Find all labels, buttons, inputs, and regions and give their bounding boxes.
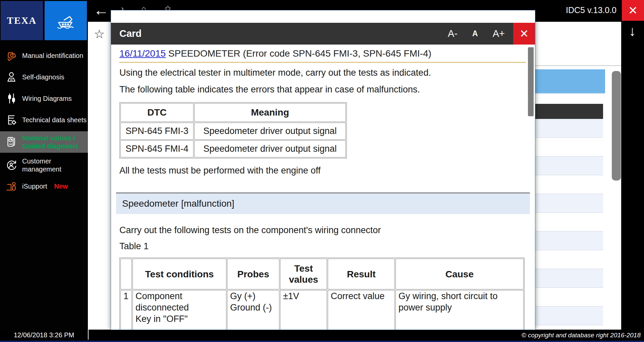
meaning-header: Meaning [194,103,346,122]
sidebar-item-label: Technical data sheets [22,116,87,124]
back-button[interactable]: ← [92,1,111,19]
dialog-scrollbar[interactable] [528,47,534,116]
boat-icon [55,10,76,31]
col-header-probes: Probes [227,259,279,289]
sidebar-item-label: Wiring Diagrams [22,94,72,102]
card-dialog-header: Card A- A A+ ✕ [111,23,535,45]
test-table: Test conditions Probes Test values Resul… [119,258,525,330]
test-result: Correct value [328,290,395,330]
instruction-paragraph: Using the electrical tester in multimete… [119,66,526,79]
engine-hand-icon [5,50,17,62]
test-probes: Gy (+) Ground (-) [227,290,279,330]
col-header-cause: Cause [395,259,524,289]
table-row: SPN-645 FMI-4 Speedometer driver output … [120,140,346,157]
dialog-title: Card [119,28,142,39]
table-row: SPN-645 FMI-3 Speedometer driver output … [120,123,346,140]
toolbar-divider [535,65,621,66]
sidebar-item-technical-data-sheets[interactable]: Technical data sheets [0,111,88,129]
gold-divider [119,62,526,63]
instruction-paragraph: The following table indicates the errors… [119,83,526,96]
sidebar-item-manual-identification[interactable]: Manual identification [0,46,88,65]
sliders-icon [5,92,17,105]
copyright-notice: © copyright and database right 2016-2018 [522,332,641,339]
font-size-controls: A- A A+ [448,23,505,45]
sidebar-item-label: iSupport [22,182,47,190]
customer-sync-icon [5,159,17,171]
status-bar: 12/06/2018 3:26 PM © copyright and datab… [0,330,644,342]
status-datetime: 12/06/2018 3:26 PM [0,331,88,339]
dtc-code: SPN-645 FMI-3 [120,123,194,140]
sidebar: TEXA Manual identification Self-diagnosi… [0,0,88,330]
sidebar-item-label: Manual identification [22,52,83,60]
new-badge: New [54,183,68,190]
tests-instruction: Carry out the following tests on the com… [119,223,526,237]
laptop-support-icon [5,180,17,192]
col-header-test-values: Test values [280,259,327,289]
dtc-meaning: Speedometer driver output signal [194,123,346,140]
right-column: ↓ [621,21,644,330]
font-decrease-button[interactable]: A- [448,28,458,39]
dtc-code: SPN-645 FMI-4 [120,140,194,157]
table-row: 1 Component disconnected Key in "OFF" Gy… [120,290,524,330]
dtc-meaning: Speedometer driver output signal [194,140,346,157]
logo-row: TEXA [1,1,87,40]
document-title: 16/11/2015 SPEEDOMETER (Error code SPN-6… [119,47,526,60]
document-heading: SPEEDOMETER (Error code SPN-645 FMI-3, S… [168,48,431,59]
dialog-close-button[interactable]: ✕ [513,23,535,45]
sidebar-item-self-diagnosis[interactable]: Self-diagnosis [0,68,88,86]
test-number: 1 [120,290,132,330]
col-header-test-conditions: Test conditions [132,259,226,289]
dtc-table: DTC Meaning SPN-645 FMI-3 Speedometer dr… [119,102,347,158]
sidebar-item-label: Customer management [22,157,61,173]
sidebar-item-label: Nominal values / Guided diagnosis [22,134,78,150]
table-label: Table 1 [119,240,526,253]
sidebar-item-wiring-diagrams[interactable]: Wiring Diagrams [0,89,88,108]
texa-logo[interactable]: TEXA [1,1,43,40]
font-reset-button[interactable]: A [472,29,478,38]
background-table-header [535,104,603,119]
dtc-header: DTC [120,103,194,122]
col-header-index [120,259,132,289]
col-header-result: Result [328,259,395,289]
sidebar-item-customer-management[interactable]: Customer management [0,155,88,176]
app-version: IDC5 v.13.0.0 [566,5,616,15]
marine-environment-icon[interactable] [45,1,87,40]
font-increase-button[interactable]: A+ [493,28,505,39]
scroll-down-button[interactable]: ↓ [621,21,643,42]
window-bottom-edge [0,341,644,342]
person-scan-icon [5,71,17,83]
app-close-button[interactable]: ✕ [622,0,644,21]
sidebar-item-nominal-values-guided-diagnosis[interactable]: Nominal values / Guided diagnosis [0,131,88,153]
background-selected-row[interactable] [535,69,605,94]
multimeter-icon [5,136,17,148]
document-date-link[interactable]: 16/11/2015 [119,48,166,59]
document-gear-icon [5,114,17,126]
sidebar-item-label: Self-diagnosis [22,73,64,81]
engine-off-note: All the tests must be performed with the… [119,164,526,177]
section-header: Speedometer [malfunction] [116,193,530,214]
card-dialog: Card A- A A+ ✕ 16/11/2015 SPEEDOMETER (E… [111,10,535,330]
sidebar-item-isupport[interactable]: iSupport New [0,177,88,196]
test-values: ±1V [280,290,327,330]
test-conditions: Component disconnected Key in "OFF" [132,290,226,330]
test-cause: Gy wiring, short circuit to power supply [395,290,524,330]
background-table-rows[interactable] [535,119,603,330]
section-title: Speedometer [malfunction] [122,198,234,209]
favorite-star-icon[interactable]: ☆ [94,27,105,41]
background-scrollbar[interactable] [612,71,621,181]
status-divider [88,330,89,340]
card-content: 16/11/2015 SPEEDOMETER (Error code SPN-6… [111,45,535,330]
